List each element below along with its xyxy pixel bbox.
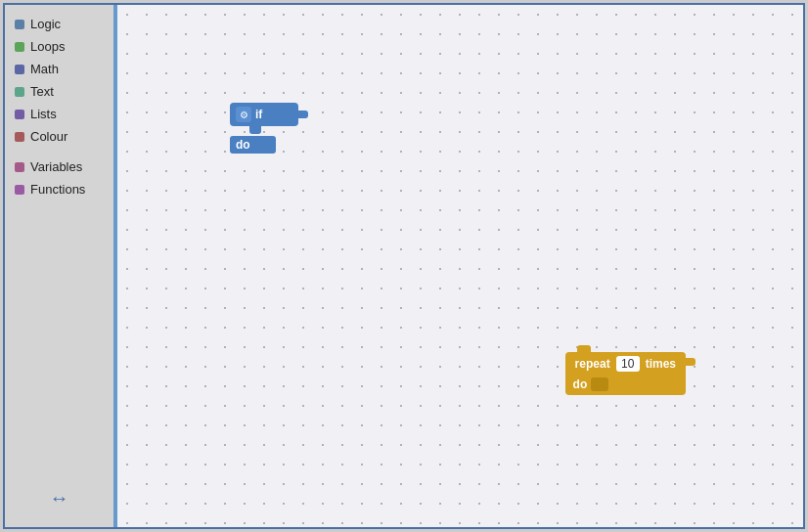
colour-color-dot: [15, 132, 24, 142]
if-block-notch: [249, 126, 261, 134]
repeat-do-slot: [591, 377, 608, 391]
sidebar-item-functions[interactable]: Functions: [5, 178, 113, 200]
sidebar-item-colour[interactable]: Colour: [5, 125, 113, 148]
sidebar-item-lists[interactable]: Lists: [5, 103, 113, 125]
sidebar-item-text[interactable]: Text: [5, 80, 113, 103]
if-block-main[interactable]: ⚙ if: [230, 103, 298, 126]
if-label: if: [255, 108, 262, 121]
lists-label: Lists: [30, 107, 57, 121]
sidebar-item-loops[interactable]: Loops: [5, 35, 113, 58]
if-block-do-row: do: [230, 136, 298, 154]
repeat-label: repeat: [575, 357, 610, 371]
repeat-block-top[interactable]: repeat 10 times: [565, 352, 686, 376]
variables-label: Variables: [30, 159, 82, 174]
repeat-block-bottom: do: [565, 376, 686, 395]
loops-label: Loops: [30, 39, 65, 54]
math-color-dot: [15, 65, 24, 74]
lists-color-dot: [15, 110, 24, 119]
text-label: Text: [30, 84, 54, 99]
main-frame: LogicLoopsMathTextListsColourVariablesFu…: [3, 3, 805, 529]
sidebar: LogicLoopsMathTextListsColourVariablesFu…: [5, 5, 117, 527]
functions-label: Functions: [30, 182, 85, 197]
canvas-area[interactable]: ⚙ if do repeat 10 times do: [117, 5, 803, 527]
colour-label: Colour: [30, 129, 67, 144]
logic-color-dot: [15, 20, 24, 29]
repeat-value[interactable]: 10: [616, 356, 640, 372]
do-slot: [256, 136, 276, 154]
repeat-notch-top: [577, 345, 591, 352]
text-color-dot: [15, 87, 24, 97]
repeat-right-notch: [686, 358, 696, 366]
resize-handle[interactable]: ↔: [50, 487, 69, 510]
math-label: Math: [30, 62, 59, 76]
sidebar-item-variables[interactable]: Variables: [5, 155, 113, 178]
repeat-block[interactable]: repeat 10 times do: [565, 352, 686, 395]
connector-right: [298, 111, 308, 118]
do-label: do: [230, 136, 256, 154]
logic-label: Logic: [30, 17, 61, 31]
functions-color-dot: [15, 185, 24, 195]
variables-color-dot: [15, 162, 24, 172]
sidebar-item-logic[interactable]: Logic: [5, 13, 113, 35]
if-block[interactable]: ⚙ if do: [230, 103, 298, 154]
sidebar-item-math[interactable]: Math: [5, 58, 113, 80]
loops-color-dot: [15, 42, 24, 52]
repeat-do-label: do: [573, 377, 588, 391]
times-label: times: [646, 357, 676, 371]
gear-icon: ⚙: [236, 107, 251, 122]
